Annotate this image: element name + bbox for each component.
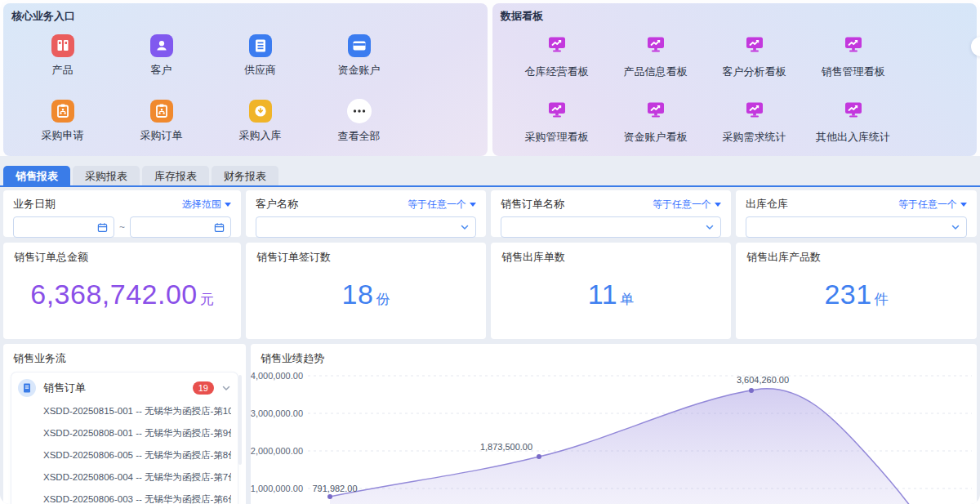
warehouse-condition-link[interactable]: 等于任意一个: [898, 198, 967, 212]
trend-area-fill: [330, 389, 943, 504]
caret-down-icon: [225, 203, 231, 207]
dashboard-item-purchase-demand[interactable]: 采购需求统计: [705, 88, 804, 154]
core-business-title: 核心业务入口: [11, 9, 75, 24]
dashboard-item-purchase-mgmt[interactable]: 采购管理看板: [507, 88, 606, 154]
stat-card-outbound-products: 销售出库产品数 231件: [736, 243, 977, 339]
dashboard-label: 产品信息看板: [624, 65, 688, 79]
date-range-separator: ~: [119, 221, 125, 233]
customers-icon: [150, 34, 173, 57]
monitor-chart-icon: [842, 33, 865, 59]
caret-down-icon: [715, 203, 721, 207]
customer-condition-link[interactable]: 等于任意一个: [408, 198, 476, 212]
dashboard-label: 仓库经营看板: [525, 65, 589, 79]
entry-item-products[interactable]: 产品: [13, 23, 112, 88]
chevron-down-icon: [951, 222, 960, 232]
view-all-icon: [347, 99, 372, 123]
warehouse-select[interactable]: [746, 216, 967, 238]
entry-label: 采购入库: [239, 128, 282, 143]
dashboard-label: 销售管理看板: [822, 65, 885, 79]
monitor-chart-icon: [743, 33, 766, 59]
sales-order-select[interactable]: [501, 216, 721, 238]
tab-inventory-report[interactable]: 库存报表: [142, 166, 209, 186]
entry-item-purchase-order[interactable]: 采购订单: [112, 88, 211, 154]
dashboard-label: 其他出入库统计: [816, 130, 890, 145]
entry-item-view-all[interactable]: 查看全部: [310, 88, 408, 154]
stat-card-outbound-orders: 销售出库单数 11单: [491, 243, 731, 339]
data-point[interactable]: [537, 454, 541, 459]
core-entry-grid: 产品 客户 供应商 资金账户: [13, 23, 408, 154]
data-point[interactable]: [327, 494, 332, 499]
document-icon: [18, 379, 36, 397]
chevron-down-icon: [460, 222, 470, 232]
sales-order-condition-link[interactable]: 等于任意一个: [653, 198, 721, 212]
dashboard-label: 客户分析看板: [723, 65, 786, 79]
calendar-icon: [97, 222, 108, 233]
filter-label: 销售订单名称: [501, 197, 564, 212]
tab-purchase-report[interactable]: 采购报表: [73, 166, 140, 186]
dashboard-item-other-io[interactable]: 其他出入库统计: [804, 88, 902, 154]
sales-order-row[interactable]: XSDD-20250815-001 -- 无锡华为函授店-第10份销售订单: [43, 400, 231, 422]
count-badge: 19: [193, 381, 214, 395]
monitor-chart-icon: [743, 98, 766, 124]
date-range-condition-link[interactable]: 选择范围: [182, 198, 231, 212]
monitor-chart-icon: [546, 98, 568, 124]
data-dashboard-panel: 数据看板 仓库经营看板 产品信息看板 客户分析看板 销售管理看板 采购管理看板: [492, 3, 977, 156]
entry-item-purchase-request[interactable]: 采购申请: [13, 88, 112, 154]
suppliers-icon: [249, 34, 272, 57]
entry-label: 供应商: [244, 63, 276, 78]
entry-item-customers[interactable]: 客户: [112, 23, 211, 88]
sales-order-row[interactable]: XSDD-20250806-004 -- 无锡华为函授店-第7份销售订单: [43, 466, 231, 488]
caret-down-icon: [960, 203, 967, 207]
capital-account-icon: [348, 34, 371, 57]
list-scrollbar-thumb[interactable]: [238, 375, 242, 465]
entry-label: 查看全部: [338, 129, 381, 144]
products-icon: [51, 34, 74, 57]
dashboard-item-warehouse[interactable]: 仓库经营看板: [507, 23, 606, 88]
dashboard-item-capital-account[interactable]: 资金账户看板: [606, 88, 705, 154]
filter-label: 业务日期: [13, 197, 56, 212]
stat-value: 18: [342, 279, 374, 310]
dashboard-item-sales-mgmt[interactable]: 销售管理看板: [804, 23, 902, 88]
end-date-input[interactable]: [130, 216, 231, 238]
y-tick-label: 4,000,000.00: [251, 371, 303, 381]
start-date-input[interactable]: [13, 216, 114, 238]
entry-item-capital-account[interactable]: 资金账户: [310, 23, 408, 88]
entry-item-suppliers[interactable]: 供应商: [211, 23, 310, 88]
purchase-order-icon: [150, 100, 173, 123]
filter-outbound-warehouse: 出库仓库 等于任意一个: [736, 190, 977, 237]
data-point[interactable]: [749, 388, 754, 393]
y-tick-label: 2,000,000.00: [251, 446, 303, 456]
entry-label: 资金账户: [338, 63, 381, 78]
tab-active-underline: [0, 185, 980, 187]
entry-label: 客户: [151, 63, 172, 78]
entry-label: 产品: [52, 63, 74, 78]
sales-order-row[interactable]: XSDD-20250806-003 -- 无锡华为函授店-第6份销售订单: [43, 488, 231, 504]
dashboard-grid: 仓库经营看板 产品信息看板 客户分析看板 销售管理看板 采购管理看板 资金账户看…: [507, 23, 902, 154]
stat-value: 11: [588, 279, 617, 310]
tab-sales-report[interactable]: 销售报表: [3, 166, 70, 186]
sales-order-group: 销售订单 19 XSDD-20250815-001 -- 无锡华为函授店-第10…: [11, 372, 238, 504]
sales-order-row[interactable]: XSDD-20250806-005 -- 无锡华为函授店-第8份销售订单: [43, 444, 231, 466]
entry-item-purchase-inbound[interactable]: 采购入库: [211, 88, 310, 154]
sales-order-group-header[interactable]: 销售订单 19: [18, 379, 231, 397]
filter-customer-name: 客户名称 等于任意一个: [246, 190, 486, 237]
entry-label: 采购申请: [42, 128, 84, 143]
dashboard-label: 采购管理看板: [525, 130, 589, 145]
entry-label: 采购订单: [140, 128, 183, 143]
monitor-chart-icon: [644, 98, 667, 124]
calendar-icon: [214, 222, 225, 233]
tab-finance-report[interactable]: 财务报表: [212, 166, 278, 186]
chevron-down-icon: [221, 383, 231, 393]
dashboard-item-customer-analysis[interactable]: 客户分析看板: [705, 23, 804, 88]
stat-label: 销售出库产品数: [746, 250, 966, 265]
stat-unit: 单: [620, 292, 634, 307]
y-tick-label: 1,000,000.00: [251, 484, 303, 493]
filter-label: 出库仓库: [746, 197, 788, 212]
sales-order-list: XSDD-20250815-001 -- 无锡华为函授店-第10份销售订单 XS…: [18, 400, 231, 504]
sales-order-row[interactable]: XSDD-20250808-001 -- 无锡华为函授店-第9份销售订单: [43, 422, 231, 444]
dashboard-item-product-info[interactable]: 产品信息看板: [606, 23, 705, 88]
purchase-request-icon: [51, 100, 74, 123]
customer-select[interactable]: [256, 216, 476, 238]
report-tabbar: 销售报表 采购报表 库存报表 财务报表: [3, 166, 278, 186]
point-label: 3,604,260.00: [737, 375, 789, 385]
